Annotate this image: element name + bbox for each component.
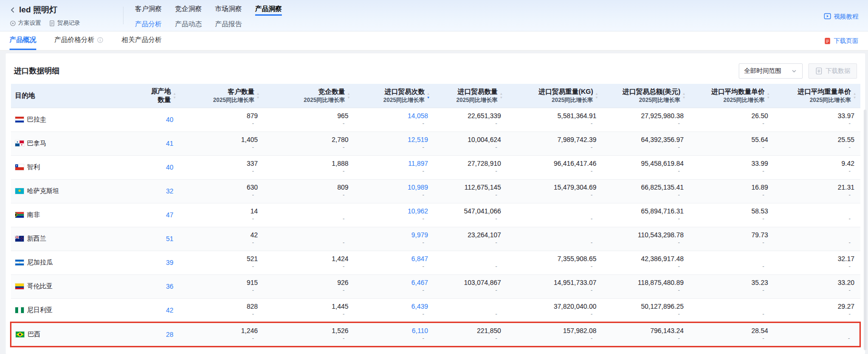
origin-count-cell: 32: [82, 179, 180, 203]
import-avg-weight-price-cell: 29.27-: [774, 298, 860, 322]
col-header-import-trade-quantity[interactable]: 进口贸易数量2025同比增长率▲▼: [434, 84, 507, 108]
back-icon[interactable]: [10, 7, 16, 13]
download-data-button[interactable]: 下载数据: [808, 63, 857, 79]
sort-carets[interactable]: ▲▼: [500, 92, 503, 100]
sort-desc-icon[interactable]: ▼: [682, 96, 686, 100]
sort-carets[interactable]: ▲▼: [257, 92, 260, 100]
trade-records-link[interactable]: 贸易记录: [49, 19, 80, 27]
origin-count-cell: 28: [82, 322, 180, 346]
trade-times-link[interactable]: 10,962: [354, 203, 434, 215]
cell-value: 828: [180, 299, 264, 311]
origin-count-link[interactable]: 36: [82, 275, 180, 290]
sort-carets[interactable]: ▲▼: [427, 92, 430, 100]
table-row: 巴拿马411,405-2,780-12,519-10,004,624-7,989…: [11, 131, 860, 155]
trade-times-link[interactable]: 11,897: [354, 156, 434, 168]
growth-placeholder: -: [264, 144, 354, 151]
col-header-import-avg-weight-price[interactable]: 进口平均重量单价2025同比增长率▲▼: [774, 84, 860, 108]
sort-asc-icon[interactable]: ▲: [767, 92, 770, 96]
col-header-customer-count[interactable]: 客户数量2025同比增长率▲▼: [180, 84, 264, 108]
sort-asc-icon[interactable]: ▲: [347, 92, 351, 96]
origin-count-link[interactable]: 47: [82, 203, 180, 219]
col-header-competitor-count[interactable]: 竞企数量2025同比增长率▲▼: [264, 84, 354, 108]
download-page-link[interactable]: 下载页面: [824, 31, 858, 50]
col-header-import-trade-times[interactable]: 进口贸易次数2025同比增长率▲▼: [354, 84, 434, 108]
import-avg-quantity-price-cell: 33.99-: [690, 155, 774, 179]
origin-count-link[interactable]: 51: [82, 227, 180, 243]
sort-carets[interactable]: ▲▼: [682, 92, 686, 100]
trade-times-link[interactable]: 6,110: [354, 323, 434, 335]
cell-value: 630: [180, 180, 264, 192]
cell-value: 7,355,908.65: [507, 251, 602, 263]
origin-count-link[interactable]: 28: [82, 323, 180, 338]
sort-asc-icon[interactable]: ▲: [853, 92, 857, 96]
trade-times-link[interactable]: 10,989: [354, 180, 434, 192]
tab-product-dynamics[interactable]: 产品动态: [175, 20, 202, 33]
import-avg-weight-price-cell: 21.31-: [774, 179, 860, 203]
plan-settings-link[interactable]: 方案设置: [10, 19, 41, 27]
sort-asc-icon[interactable]: ▲: [682, 92, 686, 96]
sort-desc-icon[interactable]: ▼: [173, 96, 176, 100]
info-icon[interactable]: [97, 37, 103, 43]
sort-carets[interactable]: ▲▼: [767, 92, 770, 100]
sort-asc-icon[interactable]: ▲: [500, 92, 503, 96]
sort-desc-icon[interactable]: ▼: [257, 96, 260, 100]
destination-cell: 尼加拉瓜: [11, 251, 82, 274]
sort-desc-icon[interactable]: ▼: [853, 96, 857, 100]
origin-count-link[interactable]: 42: [82, 299, 180, 314]
origin-count-link[interactable]: 40: [82, 156, 180, 171]
sort-carets[interactable]: ▲▼: [595, 92, 599, 100]
trade-times-link[interactable]: 14,058: [354, 108, 434, 120]
sort-desc-icon[interactable]: ▼: [595, 96, 599, 100]
trade-times-link[interactable]: 6,847: [354, 251, 434, 263]
growth-placeholder: -: [774, 192, 860, 198]
col-header-import-avg-quantity-price[interactable]: 进口平均数量单价2025同比增长率▲▼: [690, 84, 774, 108]
growth-placeholder: -: [264, 287, 354, 293]
sort-asc-icon[interactable]: ▲: [257, 92, 260, 96]
trade-times-link[interactable]: 6,439: [354, 299, 434, 311]
sort-desc-icon[interactable]: ▼: [500, 96, 503, 100]
sort-desc-icon[interactable]: ▼: [347, 96, 351, 100]
sort-desc-icon[interactable]: ▼: [427, 96, 430, 100]
tab-product-report[interactable]: 产品报告: [215, 20, 242, 33]
time-range-select[interactable]: 全部时间范围: [739, 63, 803, 79]
col-header-import-trade-amount-usd[interactable]: 进口贸易总额(美元)2025同比增长率▲▼: [602, 84, 690, 108]
tab-product-insight[interactable]: 产品洞察: [255, 5, 282, 16]
video-tutorial-label: 视频教程: [834, 12, 858, 21]
sort-carets[interactable]: ▲▼: [853, 92, 857, 100]
tab-market-insight[interactable]: 市场洞察: [215, 5, 242, 16]
tab-competitor-insight[interactable]: 竞企洞察: [175, 5, 202, 16]
tab-product-overview[interactable]: 产品概况: [10, 31, 36, 50]
vertical-scrollbar[interactable]: [864, 110, 867, 350]
growth-placeholder: -: [507, 311, 602, 317]
col-header-import-trade-weight-kg[interactable]: 进口贸易重量(KG)2025同比增长率▲▼: [507, 84, 602, 108]
col-growth-sublabel: 2025同比增长率: [304, 97, 345, 104]
origin-count-link[interactable]: 40: [82, 108, 180, 123]
origin-count-link[interactable]: 39: [82, 251, 180, 266]
trade-times-link[interactable]: 9,979: [354, 227, 434, 239]
sort-asc-icon[interactable]: ▲: [427, 92, 430, 96]
table-row: 尼日利亚42828-1,445-6,439--37,820,040.00-50,…: [11, 298, 860, 322]
cell-value: [774, 227, 860, 239]
cell-value: 65,894,716.31: [602, 203, 690, 215]
col-header-origin-count[interactable]: 原产地数量▲▼: [82, 84, 180, 108]
tab-customer-insight[interactable]: 客户洞察: [135, 5, 162, 16]
cell-value: 5,581,364.91: [507, 108, 602, 120]
cell-value: 95,458,619.84: [602, 156, 690, 168]
trade-times-link[interactable]: 6,467: [354, 275, 434, 287]
tab-product-price-analysis[interactable]: 产品价格分析: [54, 31, 103, 50]
origin-count-link[interactable]: 32: [82, 180, 180, 195]
origin-count-link[interactable]: 41: [82, 132, 180, 147]
cell-value: 14,951,733.07: [507, 275, 602, 287]
tab-product-analysis[interactable]: 产品分析: [135, 20, 162, 33]
sort-asc-icon[interactable]: ▲: [595, 92, 599, 96]
sort-asc-icon[interactable]: ▲: [173, 92, 176, 96]
video-tutorial-link[interactable]: 视频教程: [824, 12, 858, 31]
trade-times-link[interactable]: 12,519: [354, 132, 434, 144]
sort-desc-icon[interactable]: ▼: [767, 96, 770, 100]
import-trade-weight-kg-cell: 5,581,364.91-: [507, 108, 602, 131]
growth-placeholder: -: [690, 239, 774, 246]
import-data-table: 目的地原产地数量▲▼客户数量2025同比增长率▲▼竞企数量2025同比增长率▲▼…: [10, 84, 861, 347]
tab-related-product-analysis[interactable]: 相关产品分析: [122, 31, 162, 50]
sort-carets[interactable]: ▲▼: [173, 92, 176, 100]
sort-carets[interactable]: ▲▼: [347, 92, 351, 100]
